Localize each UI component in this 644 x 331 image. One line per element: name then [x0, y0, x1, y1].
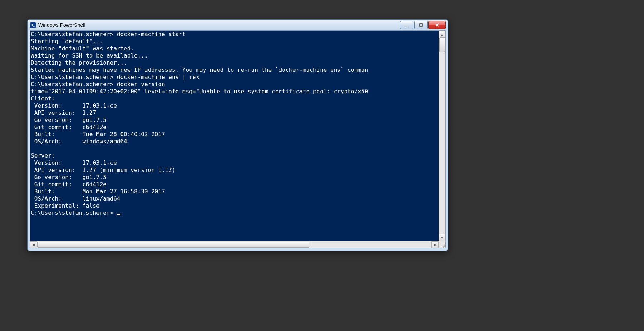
terminal-line: API version: 1.27: [31, 109, 439, 117]
terminal-line: C:\Users\stefan.scherer> docker version: [31, 81, 439, 88]
terminal-line: Machine "default" was started.: [31, 45, 439, 52]
cursor: [117, 214, 120, 215]
svg-rect-3: [420, 24, 422, 26]
terminal-line: Built: Tue Mar 28 00:40:02 2017: [31, 131, 439, 138]
scroll-up-arrow-icon[interactable]: ▲: [439, 31, 445, 38]
hscroll-track[interactable]: [37, 241, 431, 248]
terminal-line: Waiting for SSH to be available...: [31, 52, 439, 59]
terminal-line: Experimental: false: [31, 202, 439, 209]
terminal-line: Detecting the provisioner...: [31, 59, 439, 66]
terminal-line: [31, 145, 439, 152]
terminal-line: Starting "default"...: [31, 38, 439, 45]
terminal-line: API version: 1.27 (minimum version 1.12): [31, 167, 439, 174]
terminal-line: C:\Users\stefan.scherer>: [31, 209, 439, 217]
scroll-right-arrow-icon[interactable]: ▶: [431, 241, 439, 248]
horizontal-scrollbar[interactable]: ◀ ▶: [30, 241, 439, 248]
hscroll-thumb[interactable]: [37, 242, 309, 248]
vscroll-thumb[interactable]: [439, 37, 445, 52]
terminal-line: Git commit: c6d412e: [31, 181, 439, 188]
vscroll-track[interactable]: [439, 37, 445, 234]
prompt-text: C:\Users\stefan.scherer>: [31, 81, 117, 88]
svg-rect-2: [405, 26, 408, 26]
close-button[interactable]: [428, 21, 446, 29]
bottom-scroll-row: ◀ ▶: [30, 241, 445, 248]
terminal-line: Git commit: c6d412e: [31, 124, 439, 131]
terminal-line: Version: 17.03.1-ce: [31, 102, 439, 109]
vertical-scrollbar[interactable]: ▲ ▼: [439, 31, 445, 241]
minimize-button[interactable]: [400, 21, 413, 29]
scroll-left-arrow-icon[interactable]: ◀: [30, 241, 37, 248]
terminal-output[interactable]: C:\Users\stefan.scherer> docker-machine …: [30, 31, 439, 241]
terminal-line: OS/Arch: windows/amd64: [31, 138, 439, 145]
powershell-icon: [30, 22, 36, 28]
terminal-line: Server:: [31, 152, 439, 159]
terminal-line: C:\Users\stefan.scherer> docker-machine …: [31, 74, 439, 81]
terminal-line: Client:: [31, 95, 439, 102]
command-text: docker-machine start: [117, 31, 186, 38]
powershell-window: Windows PowerShell C:\Users\stefan.scher…: [27, 19, 448, 251]
prompt-text: C:\Users\stefan.scherer>: [31, 31, 117, 38]
command-text: docker-machine env | iex: [117, 74, 199, 80]
prompt-text: C:\Users\stefan.scherer>: [31, 74, 117, 80]
terminal-line: Version: 17.03.1-ce: [31, 159, 439, 167]
command-text: docker version: [117, 81, 165, 88]
resize-grip[interactable]: [439, 241, 445, 248]
maximize-button[interactable]: [414, 21, 428, 29]
window-title: Windows PowerShell: [38, 22, 400, 28]
terminal-line: Started machines may have new IP address…: [31, 66, 439, 74]
terminal-line: C:\Users\stefan.scherer> docker-machine …: [31, 31, 439, 38]
terminal-line: Built: Mon Mar 27 16:58:30 2017: [31, 188, 439, 195]
terminal-line: time="2017-04-01T09:42:20+02:00" level=i…: [31, 88, 439, 95]
terminal-line: Go version: go1.7.5: [31, 174, 439, 181]
terminal-area: C:\Users\stefan.scherer> docker-machine …: [30, 31, 445, 241]
client-area: C:\Users\stefan.scherer> docker-machine …: [30, 30, 446, 248]
scroll-down-arrow-icon[interactable]: ▼: [439, 234, 445, 241]
terminal-line: Go version: go1.7.5: [31, 117, 439, 124]
titlebar[interactable]: Windows PowerShell: [28, 20, 448, 30]
window-controls: [400, 21, 446, 29]
prompt-text: C:\Users\stefan.scherer>: [31, 209, 117, 216]
terminal-line: OS/Arch: linux/amd64: [31, 195, 439, 202]
